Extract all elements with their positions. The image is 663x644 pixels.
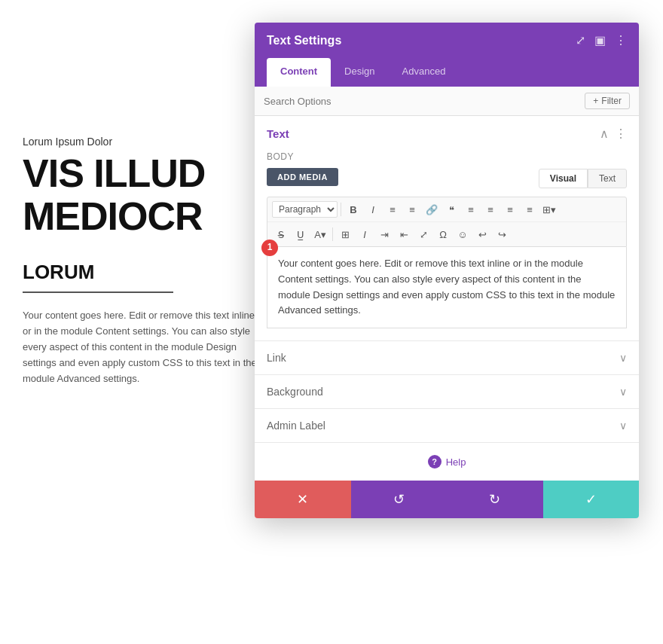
left-content-area: Lorum Ipsum Dolor VIS ILLUD MEDIOCR LORU… <box>23 136 264 386</box>
body-label: Body <box>267 151 627 162</box>
tab-advanced[interactable]: Advanced <box>389 58 460 87</box>
link-section-title: Link <box>267 352 286 364</box>
save-icon: ✓ <box>585 491 597 508</box>
text-section-icons: ∧ ⋮ <box>600 127 627 141</box>
modal-tabs: Content Design Advanced <box>255 58 639 87</box>
editor-area[interactable]: 1 Your content goes here. Edit or remove… <box>267 247 627 328</box>
modal-title: Text Settings <box>267 34 341 47</box>
toolbar-row-1: Paragraph B I ≡ ≡ 🔗 ❝ ≡ ≡ ≡ ≡ ⊞▾ <box>267 197 626 222</box>
text-toggle[interactable]: Text <box>588 169 627 188</box>
link-section[interactable]: Link ∨ <box>255 341 639 375</box>
text-section: Text ∧ ⋮ Body ADD MEDIA Visual Text <box>255 116 639 341</box>
admin-label-section[interactable]: Admin Label ∨ <box>255 409 639 443</box>
cancel-icon: ✕ <box>297 491 308 508</box>
toolbar-sep-2 <box>332 227 333 241</box>
redo-button[interactable]: ↪ <box>493 225 511 243</box>
emoji-button[interactable]: ☺ <box>454 225 472 243</box>
paragraph-select[interactable]: Paragraph <box>272 201 338 218</box>
link-button[interactable]: 🔗 <box>423 200 441 218</box>
indent-button[interactable]: ⇥ <box>375 225 393 243</box>
toolbar-sep-1 <box>341 203 341 216</box>
special-char-button[interactable]: Ω <box>434 225 452 243</box>
expand-icon[interactable]: ⤢ <box>576 33 585 47</box>
admin-label-chevron-icon: ∨ <box>619 420 627 432</box>
layout-icon[interactable]: ▣ <box>594 33 606 47</box>
tab-design[interactable]: Design <box>331 58 388 87</box>
left-body-text: Your content goes here. Edit or remove t… <box>23 308 264 386</box>
help-row[interactable]: ? Help <box>255 443 639 481</box>
redo-footer-icon: ↻ <box>489 491 500 508</box>
background-chevron-icon: ∨ <box>619 386 627 398</box>
align-center-button[interactable]: ≡ <box>481 200 500 218</box>
media-button[interactable]: ⊞ <box>336 225 354 243</box>
ol-button[interactable]: ≡ <box>403 200 421 218</box>
blockquote-button[interactable]: ❝ <box>442 200 460 218</box>
section-more-icon[interactable]: ⋮ <box>615 127 627 141</box>
text-color-button[interactable]: A▾ <box>311 225 329 243</box>
underline-button[interactable]: U̲ <box>292 225 310 243</box>
background-section-title: Background <box>267 386 323 398</box>
text-section-header: Text ∧ ⋮ <box>255 116 639 151</box>
help-icon: ? <box>428 455 441 469</box>
filter-button[interactable]: + Filter <box>585 93 630 109</box>
text-section-content: Body ADD MEDIA Visual Text Paragraph <box>255 151 639 340</box>
undo-button[interactable]: ↩ <box>473 225 491 243</box>
align-justify-button[interactable]: ≡ <box>521 200 539 218</box>
reset-button[interactable]: ↺ <box>351 481 448 518</box>
text-settings-modal: Text Settings ⤢ ▣ ⋮ Content Design Advan… <box>255 23 639 518</box>
align-right-button[interactable]: ≡ <box>501 200 519 218</box>
visual-toggle[interactable]: Visual <box>539 169 588 188</box>
left-lorum: LORUM <box>23 261 264 284</box>
save-button[interactable]: ✓ <box>543 481 640 518</box>
modal-header-icons: ⤢ ▣ ⋮ <box>576 33 627 47</box>
bold-button[interactable]: B <box>344 200 362 218</box>
left-heading: VIS ILLUD MEDIOCR <box>23 152 256 238</box>
collapse-icon[interactable]: ∧ <box>600 127 609 141</box>
filter-label: Filter <box>601 96 622 106</box>
text-section-title: Text <box>267 127 289 140</box>
left-subtitle: Lorum Ipsum Dolor <box>23 136 264 148</box>
search-input[interactable] <box>264 96 585 107</box>
italic2-button[interactable]: I <box>356 225 374 243</box>
search-bar: + Filter <box>255 87 639 116</box>
add-media-button[interactable]: ADD MEDIA <box>267 168 338 186</box>
link-chevron-icon: ∨ <box>619 352 627 364</box>
outdent-button[interactable]: ⇤ <box>395 225 413 243</box>
modal-header: Text Settings ⤢ ▣ ⋮ <box>255 23 639 58</box>
left-divider <box>23 291 173 293</box>
media-toggle-row: ADD MEDIA Visual Text <box>267 168 627 192</box>
editor-toolbar: Paragraph B I ≡ ≡ 🔗 ❝ ≡ ≡ ≡ ≡ ⊞▾ <box>267 197 627 247</box>
cancel-button[interactable]: ✕ <box>255 481 351 518</box>
modal-footer: ✕ ↺ ↻ ✓ <box>255 481 639 518</box>
fullscreen-button[interactable]: ⤢ <box>414 225 432 243</box>
tab-content[interactable]: Content <box>267 58 331 87</box>
editor-toggle: Visual Text <box>539 169 627 188</box>
more-icon[interactable]: ⋮ <box>615 33 627 47</box>
modal-body: Text ∧ ⋮ Body ADD MEDIA Visual Text <box>255 116 639 481</box>
align-left-button[interactable]: ≡ <box>462 200 480 218</box>
background-section[interactable]: Background ∨ <box>255 375 639 409</box>
reset-icon: ↺ <box>393 491 405 508</box>
ul-button[interactable]: ≡ <box>383 200 402 218</box>
filter-plus-icon: + <box>593 96 598 106</box>
help-label: Help <box>446 456 466 468</box>
italic-button[interactable]: I <box>364 200 382 218</box>
editor-content: Your content goes here. Edit or remove t… <box>278 258 615 316</box>
redo-footer-button[interactable]: ↻ <box>447 481 543 518</box>
toolbar-row-2: S̶ U̲ A▾ ⊞ I ⇥ ⇤ ⤢ Ω ☺ ↩ ↪ <box>267 222 626 246</box>
table-button[interactable]: ⊞▾ <box>540 200 558 218</box>
admin-label-section-title: Admin Label <box>267 420 325 432</box>
editor-badge: 1 <box>261 240 278 256</box>
